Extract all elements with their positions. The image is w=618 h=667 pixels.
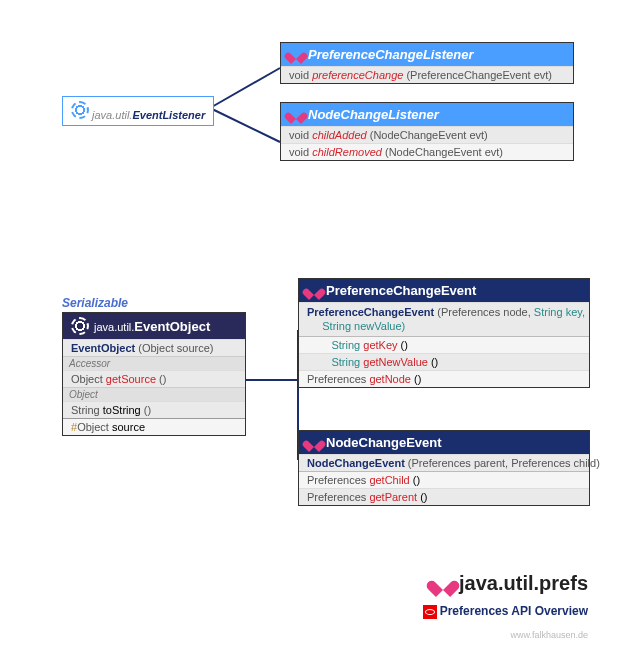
pce-header: PreferenceChangeEvent bbox=[299, 279, 589, 302]
nce-header: NodeChangeEvent bbox=[299, 431, 589, 454]
evo-title: EventObject bbox=[134, 319, 210, 334]
ncl-m2: void childRemoved (NodeChangeEvent evt) bbox=[281, 143, 573, 160]
ctor-name: PreferenceChangeEvent bbox=[307, 306, 434, 318]
ret: String bbox=[71, 404, 100, 416]
mname: toString bbox=[103, 404, 141, 416]
ctor-name: EventObject bbox=[71, 342, 135, 354]
evo-m1: Object getSource () bbox=[63, 370, 245, 387]
params: (NodeChangeEvent evt) bbox=[370, 129, 488, 141]
ctor-params: (Object source) bbox=[138, 342, 213, 354]
heart-icon bbox=[289, 108, 303, 122]
evo-header: java.util.EventObject bbox=[63, 313, 245, 339]
serializable-label: Serializable bbox=[62, 296, 128, 310]
ret: void bbox=[289, 146, 309, 158]
pkg-name: java.util.prefs bbox=[459, 572, 588, 595]
mname: getNewValue bbox=[363, 356, 428, 368]
pce-title: PreferenceChangeEvent bbox=[326, 283, 476, 298]
pce-m2: String getNewValue () bbox=[299, 353, 589, 370]
evo-prefix: java.util. bbox=[94, 321, 134, 333]
params: () bbox=[401, 339, 408, 351]
package-title: java.util.prefs bbox=[433, 572, 588, 595]
params: () bbox=[413, 474, 420, 486]
object-section: Object bbox=[63, 387, 245, 401]
params: () bbox=[144, 404, 151, 416]
heart-icon bbox=[307, 284, 321, 298]
pce-m3: Preferences getNode () bbox=[299, 370, 589, 387]
params: (PreferenceChangeEvent evt) bbox=[406, 69, 552, 81]
params: () bbox=[431, 356, 438, 368]
oracle-icon bbox=[423, 605, 437, 619]
ctor-name: NodeChangeEvent bbox=[307, 457, 405, 469]
ncl-box: NodeChangeListener void childAdded (Node… bbox=[280, 102, 574, 161]
ret: String bbox=[331, 356, 360, 368]
ret: void bbox=[289, 129, 309, 141]
accessor-section: Accessor bbox=[63, 356, 245, 370]
credit: www.falkhausen.de bbox=[510, 630, 588, 640]
heart-icon bbox=[307, 436, 321, 450]
mname: getChild bbox=[369, 474, 409, 486]
pce-box: PreferenceChangeEvent PreferenceChangeEv… bbox=[298, 278, 590, 388]
pcl-box: PreferenceChangeListener void preference… bbox=[280, 42, 574, 84]
overview-text: Preferences API Overview bbox=[440, 604, 588, 618]
pcl-method: void preferenceChange (PreferenceChangeE… bbox=[281, 66, 573, 83]
el-prefix: java.util. bbox=[92, 109, 132, 121]
params: () bbox=[420, 491, 427, 503]
overview-link[interactable]: Preferences API Overview bbox=[423, 604, 588, 619]
mname: getNode bbox=[369, 373, 411, 385]
ret: String bbox=[331, 339, 360, 351]
nce-m1: Preferences getChild () bbox=[299, 471, 589, 488]
evo-field: #Object source bbox=[63, 418, 245, 435]
heart-icon bbox=[433, 574, 453, 594]
ret: Preferences bbox=[307, 491, 366, 503]
gear-icon bbox=[71, 101, 89, 119]
p1: (Preferences node, bbox=[437, 306, 531, 318]
pcl-header: PreferenceChangeListener bbox=[281, 43, 573, 66]
mname: preferenceChange bbox=[312, 69, 403, 81]
ncl-m1: void childAdded (NodeChangeEvent evt) bbox=[281, 126, 573, 143]
evo-ctor: EventObject (Object source) bbox=[63, 339, 245, 356]
mname: childRemoved bbox=[312, 146, 382, 158]
evo-m2: String toString () bbox=[63, 401, 245, 418]
heart-icon bbox=[289, 48, 303, 62]
nce-ctor: NodeChangeEvent (Preferences parent, Pre… bbox=[299, 454, 589, 471]
pce-m1: String getKey () bbox=[299, 336, 589, 353]
mname: childAdded bbox=[312, 129, 366, 141]
params: (NodeChangeEvent evt) bbox=[385, 146, 503, 158]
ret: void bbox=[289, 69, 309, 81]
ret: Object bbox=[71, 373, 103, 385]
ctor-params: (Preferences parent, Preferences child) bbox=[408, 457, 600, 469]
mname: getParent bbox=[369, 491, 417, 503]
pcl-title: PreferenceChangeListener bbox=[308, 47, 473, 62]
p3: String newValue) bbox=[322, 320, 405, 332]
p2: String key, bbox=[534, 306, 585, 318]
mname: getKey bbox=[363, 339, 397, 351]
pce-ctor: PreferenceChangeEvent (Preferences node,… bbox=[299, 302, 589, 336]
ncl-title: NodeChangeListener bbox=[308, 107, 439, 122]
params: () bbox=[159, 373, 166, 385]
ret: Preferences bbox=[307, 373, 366, 385]
nce-title: NodeChangeEvent bbox=[326, 435, 442, 450]
ncl-header: NodeChangeListener bbox=[281, 103, 573, 126]
params: () bbox=[414, 373, 421, 385]
ftype: Object bbox=[77, 421, 109, 433]
gear-icon bbox=[71, 317, 89, 335]
nce-m2: Preferences getParent () bbox=[299, 488, 589, 505]
el-name: EventListener bbox=[132, 109, 205, 121]
event-listener-box: java.util.EventListener bbox=[62, 96, 214, 126]
ret: Preferences bbox=[307, 474, 366, 486]
nce-box: NodeChangeEvent NodeChangeEvent (Prefere… bbox=[298, 430, 590, 506]
fname: source bbox=[112, 421, 145, 433]
mname: getSource bbox=[106, 373, 156, 385]
evo-box: java.util.EventObject EventObject (Objec… bbox=[62, 312, 246, 436]
